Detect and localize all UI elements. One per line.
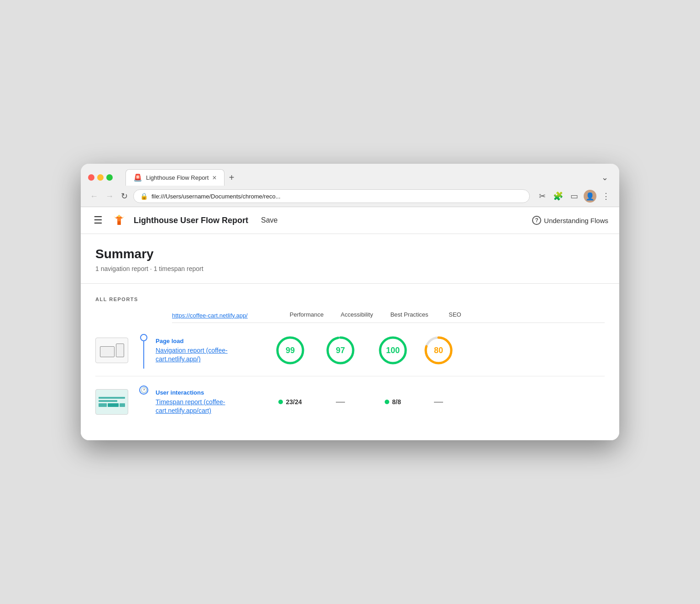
avatar[interactable]: 👤 [584,190,596,203]
nav-performance-value: 99 [286,345,295,355]
timespan-accessibility-score: — [315,396,366,407]
svg-point-3 [118,215,120,217]
table-row: Page load Navigation report (coffee-cart… [95,325,605,376]
extensions-button[interactable]: 🧩 [551,189,565,203]
address-bar-row: ← → ↻ 🔒 file:///Users/username/Documents… [81,186,619,207]
reload-button[interactable]: ↻ [119,189,130,203]
chrome-os-bar: 🚨 Lighthouse Flow Report × + ⌄ [81,164,619,186]
table-header-performance: Performance [282,311,332,319]
save-button[interactable]: Save [256,214,283,226]
timespan-best-practices-fraction: 8/8 [385,398,401,406]
connector-line [143,341,144,369]
connector-clock: 🕐 [139,385,148,395]
timespan-seo-score: — [420,396,457,407]
timespan-best-practices-value: 8/8 [392,398,401,406]
nav-performance-score: 99 [265,335,315,366]
nav-accessibility-gauge: 97 [325,335,356,366]
nav-report-info: Page load Navigation report (coffee-cart… [156,337,265,364]
traffic-light-yellow[interactable] [97,174,104,181]
nav-seo-gauge: 80 [423,335,454,366]
nav-type-label: Page load [156,338,265,344]
clock-icon: 🕐 [141,387,147,393]
nav-thumbnail [95,338,128,363]
nav-accessibility-value: 97 [336,345,345,355]
lighthouse-logo [112,213,126,228]
browser-window: 🚨 Lighthouse Flow Report × + ⌄ ← → ↻ 🔒 f… [81,164,619,440]
timespan-performance-value: 23/24 [286,398,302,406]
summary-section: Summary 1 navigation report · 1 timespan… [81,234,619,284]
table-header-seo: SEO [437,311,473,319]
lh-app-title: Lighthouse User Flow Report [134,216,248,225]
timespan-best-practices-score: 8/8 [366,398,420,406]
fraction-dot-green [278,400,283,404]
scissors-button[interactable]: ✂ [537,189,548,203]
nav-seo-score: 80 [420,335,457,366]
tab-favicon: 🚨 [133,173,142,182]
timespan-performance-fraction: 23/24 [278,398,302,406]
traffic-lights [88,174,113,181]
nav-accessibility-score: 97 [315,335,366,366]
nav-performance-gauge: 99 [275,335,306,366]
tab-bar: 🚨 Lighthouse Flow Report × + [125,169,238,186]
sidebar-toggle-button[interactable]: ▭ [569,189,580,203]
traffic-light-red[interactable] [88,174,94,181]
browser-tab[interactable]: 🚨 Lighthouse Flow Report × [125,169,225,186]
timespan-connector: 🕐 [136,384,152,420]
traffic-light-green[interactable] [106,174,113,181]
nav-best-practices-gauge: 100 [377,335,408,366]
table-header-best-practices: Best Practices [382,311,437,319]
tab-label: Lighthouse Flow Report [146,174,209,181]
address-bar[interactable]: 🔒 file:///Users/username/Documents/chrom… [133,189,530,203]
timespan-report-info: User interactions Timespan report (coffe… [156,388,265,416]
summary-subtitle: 1 navigation report · 1 timespan report [95,265,605,272]
understanding-flows-label: Understanding Flows [544,217,608,224]
svg-rect-2 [118,221,120,225]
help-icon: ? [532,216,541,225]
nav-connector [136,332,152,369]
nav-best-practices-score: 100 [366,335,420,366]
fraction-dot-green-2 [385,400,389,404]
connector-circle [140,334,147,341]
understanding-flows-button[interactable]: ? Understanding Flows [532,216,608,225]
tab-close-btn[interactable]: × [212,174,216,182]
table-header-url[interactable]: https://coffee-cart.netlify.app/ [172,312,282,319]
all-reports-label: ALL REPORTS [95,297,605,302]
tab-overflow-button[interactable]: ⌄ [598,171,612,184]
page-content: ☰ Lighthouse User Flow Report Save ? Und… [81,207,619,440]
all-reports-section: ALL REPORTS https://coffee-cart.netlify.… [81,284,619,440]
timespan-thumbnail [95,389,128,415]
more-menu-button[interactable]: ⋮ [600,189,612,203]
chrome-actions: ✂ 🧩 ▭ 👤 ⋮ [537,189,612,203]
timespan-seo-dash: — [434,396,443,407]
timespan-type-label: User interactions [156,389,265,396]
forward-button[interactable]: → [104,190,115,203]
summary-title: Summary [95,247,605,261]
lh-app-bar: ☰ Lighthouse User Flow Report Save ? Und… [81,207,619,234]
timespan-accessibility-dash: — [336,396,345,407]
timespan-performance-score: 23/24 [265,398,315,406]
nav-best-practices-value: 100 [386,345,400,355]
address-text: file:///Users/username/Documents/chrome/… [151,193,523,200]
table-row: 🕐 User interactions Timespan report (cof… [95,376,605,427]
address-lock-icon: 🔒 [140,193,148,200]
nav-seo-value: 80 [434,345,443,355]
table-header-accessibility: Accessibility [332,311,382,319]
back-button[interactable]: ← [88,190,100,203]
timespan-report-link[interactable]: Timespan report (coffee-cart.netlify.app… [156,398,225,415]
hamburger-menu-button[interactable]: ☰ [92,213,104,228]
new-tab-button[interactable]: + [225,171,238,185]
nav-report-link[interactable]: Navigation report (coffee-cart.netlify.a… [156,347,228,363]
